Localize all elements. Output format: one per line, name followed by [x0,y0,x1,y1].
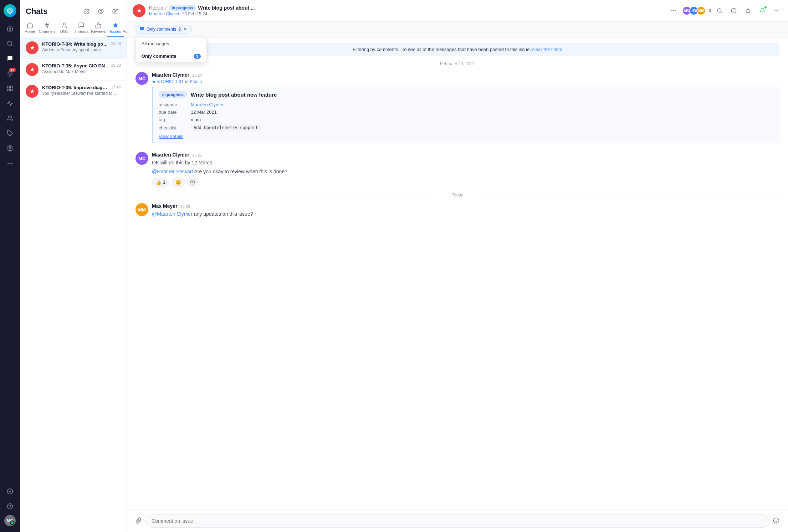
filter-bar: Only comments 3 ✕ All messages Only comm… [127,21,788,37]
chat-nav-icon[interactable] [4,52,16,65]
add-workspace-icon[interactable] [4,485,16,498]
main-header-info: Ktor.io / in progress Write blog post ab… [149,5,664,16]
svg-point-26 [63,23,65,25]
chat-item-ktorio-t-35[interactable]: ★ KTORIO-T-35: Async CIO DNS resolv... 1… [20,59,127,81]
tab-reviews-label: Reviews [91,29,106,34]
puzzle-nav-icon[interactable] [4,127,16,140]
main-header: ★ Ktor.io / in progress Write blog post … [127,0,788,21]
tab-issues[interactable]: Issues [107,20,124,37]
reaction-thumbsup-emoji: 👍 [156,180,162,185]
issue-link-icon: ★ [152,79,156,84]
svg-marker-1 [9,9,11,13]
filter-notice-text-before: Filtering by [353,47,377,52]
header-search-button[interactable] [714,5,725,16]
home-nav-icon[interactable] [4,22,16,35]
chats-compose-button[interactable] [109,6,121,17]
tab-issues-label: Issues [110,29,121,34]
filter-chip[interactable]: Only comments 3 ✕ [135,25,192,34]
header-avatar-count: 3 [708,8,711,13]
tab-home-label: Home [25,29,35,34]
help-icon[interactable] [4,500,16,513]
chat-name-0: KTORIO-T-34: Write blog post about ... [42,41,109,47]
svg-point-21 [100,10,102,12]
nav-tabs: Home Channels DMs Threads Reviews Issues… [20,17,127,37]
breadcrumb-org: Ktor.io [149,5,163,11]
message-2-mention-content: Are you okay to review when this is done… [194,169,287,174]
reaction-smile[interactable]: 😊 [172,178,185,187]
chats-settings-button[interactable] [81,6,92,17]
chat-preview-2: You @Heather Stewart I've started to wor… [42,91,121,96]
chat-title-row-1: KTORIO-T-35: Async CIO DNS resolv... 19:… [42,63,121,68]
comment-input-area [127,510,788,532]
filter-chip-icon [139,26,145,32]
header-info-button[interactable] [728,5,740,16]
header-star-button[interactable] [742,5,754,16]
main-header-sub: Maarten Clymer 23 Feb 15:24 [149,11,664,16]
svg-marker-35 [746,8,750,13]
announce-nav-icon[interactable] [4,97,16,110]
chats-title: Chats [26,7,47,16]
chat-item-ktorio-t-36[interactable]: ★ KTORIO-T-36: Improve diagnostics f... … [20,81,127,102]
header-dropdown-button[interactable] [771,5,782,16]
message-2-author: Maarten Clymer [152,152,189,158]
dropdown-item-all-messages[interactable]: All messages [136,37,206,50]
message-3-author: Max Meyer [152,203,178,209]
chat-item-ktorio-t-34[interactable]: ★ KTORIO-T-34: Write blog post about ...… [20,37,127,59]
app-logo[interactable] [4,4,16,17]
reaction-thumbsup-count: 1 [163,180,165,185]
header-avatars: MC HS MM [682,6,706,15]
attachment-button[interactable] [135,517,142,525]
filter-chip-label: Only comments [147,27,176,32]
header-date: 23 Feb 15:24 [182,11,208,16]
search-nav-icon[interactable] [4,37,16,50]
message-3-time: 19:29 [180,204,190,209]
settings-nav-icon[interactable] [4,142,16,155]
tab-threads[interactable]: Threads [73,20,90,37]
issue-workspace-link[interactable]: Ktor.io [190,79,202,84]
filter-notice-clear-link[interactable]: clear the filters [532,47,562,52]
tab-channels[interactable]: Channels [39,20,56,37]
message-1: MC Maarten Clymer 15:24 ★ KTORIO-T-34 in… [135,72,779,146]
header-bell-button[interactable] [757,5,768,16]
more-options-button[interactable] [668,5,679,16]
chat-preview-1: Assigned to Max Meyer [42,69,121,74]
reaction-smile-emoji: 😊 [175,180,181,185]
svg-point-12 [7,163,9,164]
svg-point-30 [717,9,721,12]
chat-preview-0: Added to February sprint sprint [42,47,121,52]
issue-field-tag: tag main [159,117,774,122]
svg-line-24 [46,23,47,28]
svg-rect-5 [7,86,9,88]
dropdown-item-only-comments[interactable]: Only comments 3 [136,50,206,62]
tab-home[interactable]: Home [21,20,39,37]
user-avatar-icon[interactable]: MC [4,515,16,526]
chats-mention-button[interactable] [95,6,107,17]
message-2-mention-line: @Heather Stewart Are you okay to review … [152,168,779,175]
svg-point-11 [9,148,11,149]
reaction-add-button[interactable] [187,178,198,187]
chat-list: ★ KTORIO-T-34: Write blog post about ...… [20,37,127,532]
header-author-link[interactable]: Maarten Clymer [149,11,179,16]
main-content: ★ Ktor.io / in progress Write blog post … [127,0,788,532]
activity-nav-icon[interactable]: 12 [4,67,16,80]
message-3-mention: @Maarten Clymer [152,211,193,217]
svg-point-2 [7,41,12,45]
people-nav-icon[interactable] [4,112,16,125]
message-1-issue-link: ★ KTORIO-T-34 in Ktor.io [152,79,779,84]
tab-dms[interactable]: DMs [56,20,73,37]
issue-ref-link[interactable]: KTORIO-T-34 [157,79,184,84]
issue-status-badge: in progress [159,91,187,98]
comment-input-field[interactable] [145,514,769,528]
chat-title-row-2: KTORIO-T-36: Improve diagnostics f... 17… [42,85,121,90]
issue-field-due-date: due date 12 Mar 2021 [159,109,774,115]
grid-nav-icon[interactable] [4,82,16,95]
more-nav-icon[interactable] [4,157,16,170]
reaction-thumbsup[interactable]: 👍 1 [152,178,169,187]
chats-panel: Chats Home Channels DMs [20,0,127,532]
view-details-link[interactable]: View details [159,134,183,139]
filter-close-button[interactable]: ✕ [182,26,188,32]
issue-field-assignee-value[interactable]: Maarten Clymer [191,102,224,107]
tab-reviews[interactable]: Reviews [90,20,107,37]
emoji-button[interactable] [773,517,779,525]
tab-channels-label: Channels [39,29,55,34]
